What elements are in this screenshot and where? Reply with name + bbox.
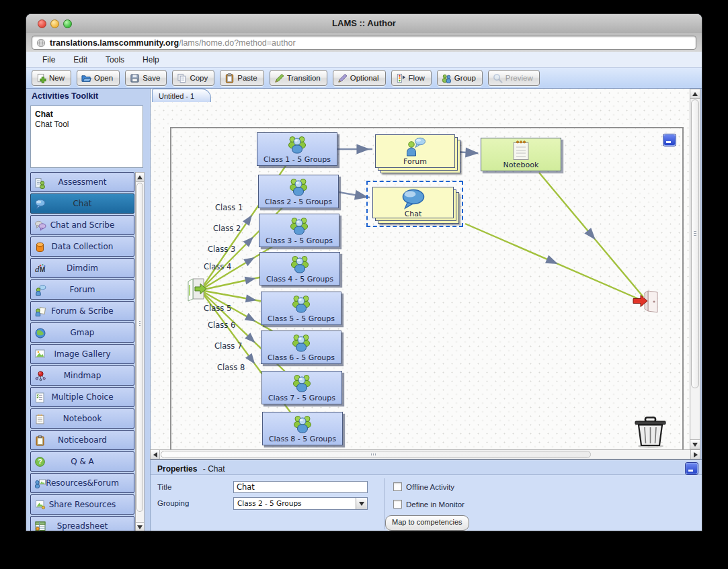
sidebar-scroll-thumb[interactable] (136, 183, 143, 512)
paste-icon (225, 73, 235, 83)
sidebar-item-noticeboard[interactable]: Noticeboard (30, 430, 134, 450)
canvas-scroll-left-button[interactable] (151, 450, 160, 459)
authoring-canvas[interactable]: Untitled - 1 Class 1 - 5 GroupsClass 2 -… (150, 89, 690, 449)
activity-class3[interactable]: Class 3 - 5 Groups (259, 214, 346, 253)
new-button[interactable]: New (32, 70, 71, 86)
menu-help[interactable]: Help (143, 55, 159, 64)
menu-file[interactable]: File (42, 55, 55, 64)
spreadsheet-icon (34, 521, 46, 531)
mindmap-icon (34, 370, 46, 382)
title-input[interactable] (233, 481, 368, 493)
branch-label-class-1: Class 1 (215, 203, 243, 212)
button-label: New (49, 74, 65, 82)
panel-divider (384, 478, 385, 529)
sidebar-item-mindmap[interactable]: Mindmap (30, 365, 134, 386)
group-button[interactable]: Group (437, 70, 483, 86)
activity-label: Class 2 - 5 Groups (265, 198, 332, 206)
preview-icon (493, 73, 503, 83)
sidebar-item-spreadsheet[interactable]: Spreadsheet (30, 516, 134, 531)
sidebar-item-label: Share Resources (49, 500, 116, 509)
save-button[interactable]: Save (125, 70, 167, 86)
activities-list: AssessmentChatChat and ScribeData Collec… (30, 172, 134, 531)
sidebar-item-forum[interactable]: Forum (30, 279, 134, 300)
activity-label: Class 1 - 5 Groups (264, 155, 331, 164)
sidebar-item-image-gallery[interactable]: Image Gallery (30, 344, 134, 364)
sidebar-item-label: Noticeboard (58, 435, 107, 445)
canvas-scroll-right-button[interactable] (690, 450, 700, 459)
copy-icon (177, 73, 187, 83)
properties-panel: Properties - Chat Title Grouping Class 2… (150, 459, 702, 531)
activity-class1[interactable]: Class 1 - 5 Groups (257, 132, 343, 172)
activity-box: Class 8 - 5 Groups (262, 412, 343, 445)
sidebar-item-forum-scribe[interactable]: Forum & Scribe (30, 301, 134, 321)
activity-chat[interactable]: Chat (372, 187, 460, 224)
sidebar-item-share-resources[interactable]: Share Resources (30, 494, 134, 515)
sidebar-scroll-down-button[interactable] (136, 522, 144, 531)
sidebar-item-data-collection[interactable]: Data Collection (30, 236, 134, 257)
canvas-scroll-up-button[interactable] (690, 89, 700, 99)
sidebar-item-chat[interactable]: Chat (30, 193, 134, 214)
sidebar-item-label: Notebook (63, 414, 102, 423)
copy-button[interactable]: Copy (172, 70, 214, 86)
menu-edit[interactable]: Edit (73, 55, 87, 64)
activity-class7[interactable]: Class 7 - 5 Groups (261, 371, 348, 410)
sidebar-item-multiple-choice[interactable]: Multiple Choice (30, 387, 134, 407)
optional-icon (337, 73, 348, 83)
thumb-grip (694, 231, 696, 236)
address-field[interactable]: translations.lamscommunity.org/lams/home… (32, 36, 696, 50)
sidebar-item-q-a[interactable]: ?Q & A (30, 451, 134, 472)
sidebar-scroll-up-button[interactable] (136, 173, 144, 182)
design-tab[interactable]: Untitled - 1 (152, 89, 211, 102)
activity-class2[interactable]: Class 2 - 5 Groups (258, 175, 345, 214)
open-button[interactable]: Open (77, 70, 120, 86)
grouping-dropdown-button[interactable] (356, 498, 367, 509)
arrow-up-icon (692, 92, 698, 96)
transition-button[interactable]: Transition (270, 70, 327, 86)
collapse-canvas-icon[interactable] (663, 134, 676, 146)
group-people-node-icon (286, 216, 312, 236)
branching-gate-icon[interactable] (185, 275, 212, 305)
sidebar-item-label: Gmap (71, 328, 95, 337)
canvas-hscroll-thumb[interactable] (161, 451, 591, 458)
activity-forum[interactable]: Forum (375, 134, 461, 174)
button-label: Open (94, 74, 113, 82)
chat-icon (34, 198, 46, 210)
sidebar-item-dimdim[interactable]: dMDimdim (30, 258, 134, 278)
canvas-vscroll-thumb[interactable] (691, 99, 699, 388)
define-in-monitor-checkbox[interactable] (393, 500, 402, 509)
offline-activity-checkbox[interactable] (393, 482, 402, 491)
canvas-vertical-scrollbar[interactable] (690, 89, 700, 449)
sidebar-item-gmap[interactable]: Gmap (30, 322, 134, 343)
chat-scribe-icon (34, 220, 46, 232)
sidebar-item-assessment[interactable]: Assessment (30, 172, 134, 192)
collapse-properties-icon[interactable] (686, 463, 698, 474)
url-path: /lams/home.do?method=author (179, 38, 295, 48)
sidebar-scrollbar[interactable] (135, 172, 145, 531)
button-label: Paste (237, 74, 257, 82)
activity-notebook[interactable]: Notebook (481, 138, 567, 177)
activity-class4[interactable]: Class 4 - 5 Groups (259, 252, 346, 292)
paste-button[interactable]: Paste (220, 70, 264, 86)
grouping-select[interactable]: Class 2 - 5 Groups (233, 497, 368, 510)
canvas-scroll-down-button[interactable] (690, 439, 700, 449)
arrow-down-icon (137, 525, 143, 529)
activity-label: Forum (403, 157, 427, 166)
activity-class6[interactable]: Class 6 - 5 Groups (261, 331, 348, 370)
sidebar-item-notebook[interactable]: Notebook (30, 408, 134, 429)
trash-bin-icon[interactable] (629, 416, 671, 449)
button-label: Preview (505, 74, 533, 82)
notebook-icon (34, 413, 46, 425)
sidebar-item-chat-and-scribe[interactable]: Chat and Scribe (30, 215, 134, 235)
group-people-node-icon (286, 177, 311, 198)
sidebar-item-resources-forum[interactable]: Resources&Forum (30, 473, 134, 493)
menu-tools[interactable]: Tools (106, 55, 124, 64)
activity-class8[interactable]: Class 8 - 5 Groups (262, 412, 349, 449)
map-to-competencies-button[interactable]: Map to competencies (385, 515, 469, 531)
exit-door-icon[interactable] (631, 288, 661, 317)
description-title: Chat (35, 110, 138, 119)
optional-button[interactable]: Optional (333, 70, 386, 86)
sidebar-item-label: Chat (73, 199, 91, 208)
canvas-horizontal-scrollbar[interactable] (150, 449, 700, 459)
activity-class5[interactable]: Class 5 - 5 Groups (261, 292, 348, 331)
flow-button[interactable]: Flow (391, 70, 432, 86)
